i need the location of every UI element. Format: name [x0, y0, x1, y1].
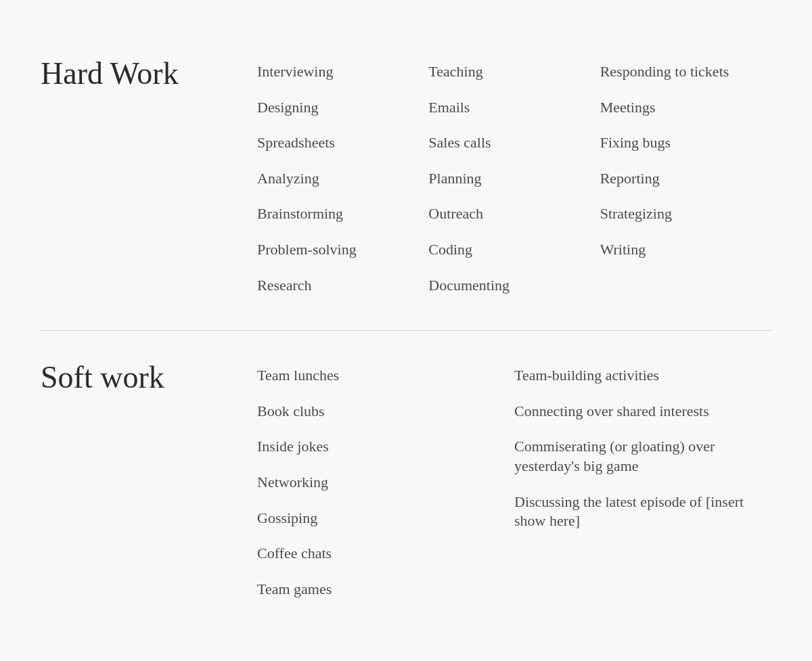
soft-work-col2: Team-building activitiesConnecting over …	[514, 358, 771, 607]
soft-work-inner: Soft work Team lunchesBook clubsInside j…	[41, 358, 771, 607]
list-item: Sales calls	[428, 125, 600, 161]
list-item: Designing	[257, 90, 428, 126]
soft-work-col1: Team lunchesBook clubsInside jokesNetwor…	[257, 358, 514, 607]
list-item: Networking	[257, 465, 514, 501]
hard-work-col3: Responding to ticketsMeetingsFixing bugs…	[600, 54, 771, 303]
hard-work-col2: TeachingEmailsSales callsPlanningOutreac…	[428, 54, 600, 303]
soft-work-columns: Team lunchesBook clubsInside jokesNetwor…	[257, 358, 771, 607]
list-item: Team lunches	[257, 358, 514, 394]
list-item: Outreach	[428, 196, 600, 232]
list-item: Connecting over shared interests	[514, 394, 771, 430]
list-item: Commiserating (or gloating) over yesterd…	[514, 429, 771, 484]
hard-work-title-col: Hard Work	[41, 54, 257, 303]
list-item: Discussing the latest episode of [insert…	[514, 484, 771, 539]
hard-work-col1: InterviewingDesigningSpreadsheetsAnalyzi…	[257, 54, 428, 303]
soft-work-title: Soft work	[41, 361, 257, 395]
list-item: Spreadsheets	[257, 125, 428, 161]
list-item: Analyzing	[257, 161, 428, 197]
list-item: Planning	[428, 161, 600, 197]
soft-work-title-col: Soft work	[41, 358, 257, 607]
list-item: Gossiping	[257, 501, 514, 537]
hard-work-inner: Hard Work InterviewingDesigningSpreadshe…	[41, 54, 771, 303]
list-item: Brainstorming	[257, 196, 428, 232]
list-item: Writing	[600, 232, 771, 268]
list-item: Responding to tickets	[600, 54, 771, 90]
list-item: Reporting	[600, 161, 771, 197]
list-item: Documenting	[428, 268, 600, 304]
list-item: Team-building activities	[514, 358, 771, 394]
list-item: Book clubs	[257, 394, 514, 430]
soft-work-section: Soft work Team lunchesBook clubsInside j…	[41, 331, 771, 634]
list-item: Coffee chats	[257, 536, 514, 572]
list-item: Emails	[428, 90, 600, 126]
list-item: Meetings	[600, 90, 771, 126]
list-item: Problem-solving	[257, 232, 428, 268]
hard-work-columns: InterviewingDesigningSpreadsheetsAnalyzi…	[257, 54, 771, 303]
list-item: Coding	[428, 232, 600, 268]
list-item: Strategizing	[600, 196, 771, 232]
list-item: Team games	[257, 572, 514, 608]
hard-work-section: Hard Work InterviewingDesigningSpreadshe…	[41, 27, 771, 330]
list-item: Research	[257, 268, 428, 304]
footer: async.twist.com	[41, 634, 771, 661]
list-item: Teaching	[428, 54, 600, 90]
list-item: Inside jokes	[257, 429, 514, 465]
list-item: Fixing bugs	[600, 125, 771, 161]
page-wrapper: Hard Work InterviewingDesigningSpreadshe…	[0, 0, 812, 661]
hard-work-title: Hard Work	[41, 57, 257, 91]
list-item: Interviewing	[257, 54, 428, 90]
